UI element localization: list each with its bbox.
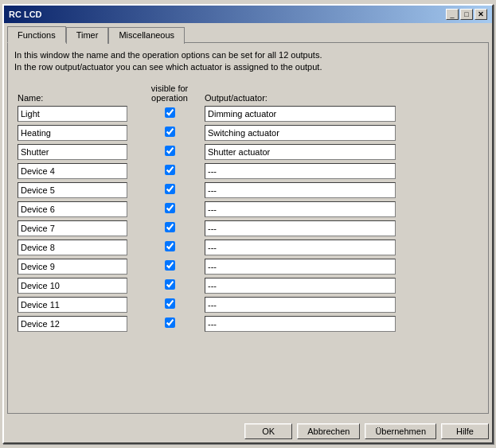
maximize-button[interactable]: □ [460, 9, 473, 20]
col-header-name: Name: [14, 82, 138, 104]
visible-checkbox-8[interactable] [165, 241, 175, 251]
output-box-5: --- [205, 182, 396, 198]
window-title: RC LCD [9, 10, 42, 19]
table-body: Dimming actuatorSwitching actuatorShutte… [14, 104, 482, 333]
tab-functions[interactable]: Functions [7, 26, 66, 43]
table-row: --- [14, 257, 482, 276]
output-box-11: --- [205, 297, 396, 313]
output-box-12: --- [205, 316, 396, 332]
outputs-table: Name: visible for operation Output/actua… [14, 82, 482, 333]
name-input-6[interactable] [18, 201, 127, 217]
visible-checkbox-9[interactable] [165, 260, 175, 271]
close-button[interactable]: ✕ [475, 9, 487, 20]
visible-checkbox-6[interactable] [165, 203, 175, 213]
description-line1: In this window the name and the operatio… [14, 49, 482, 61]
table-header-row: Name: visible for operation Output/actua… [14, 82, 482, 104]
visible-checkbox-5[interactable] [165, 184, 175, 194]
name-input-3[interactable] [18, 144, 127, 160]
name-input-7[interactable] [18, 220, 127, 236]
help-button[interactable]: Hilfe [441, 423, 489, 439]
visible-checkbox-3[interactable] [165, 146, 175, 156]
title-bar-controls: _ □ ✕ [446, 9, 487, 20]
apply-button[interactable]: Übernehmen [365, 423, 436, 439]
table-row: --- [14, 276, 482, 295]
name-input-5[interactable] [18, 182, 127, 198]
ok-button[interactable]: OK [244, 423, 292, 439]
table-row: Shutter actuator [14, 142, 482, 162]
visible-checkbox-1[interactable] [165, 107, 175, 118]
table-row: --- [14, 295, 482, 314]
output-box-10: --- [205, 278, 396, 294]
cancel-button[interactable]: Abbrechen [297, 423, 360, 439]
tab-bar: Functions Timer Miscellaneous [7, 26, 489, 43]
output-box-3: Shutter actuator [205, 144, 396, 160]
output-box-6: --- [205, 201, 396, 217]
name-input-10[interactable] [18, 278, 127, 294]
output-box-2: Switching actuator [205, 125, 396, 141]
table-row: Dimming actuator [14, 104, 482, 123]
tab-timer[interactable]: Timer [66, 27, 109, 44]
output-box-7: --- [205, 220, 396, 236]
name-input-4[interactable] [18, 163, 127, 179]
visible-checkbox-7[interactable] [165, 222, 175, 232]
output-box-4: --- [205, 163, 396, 179]
col-header-visible: visible for operation [138, 82, 201, 104]
output-box-8: --- [205, 240, 396, 255]
description-line2: In the row output/actuator you can see w… [14, 61, 482, 73]
content-area: Functions Timer Miscellaneous In this wi… [4, 23, 492, 417]
title-bar: RC LCD _ □ ✕ [4, 6, 492, 23]
table-row: --- [14, 162, 482, 181]
output-box-9: --- [205, 259, 396, 275]
table-row: Switching actuator [14, 123, 482, 142]
footer: OK Abbrechen Übernehmen Hilfe [4, 417, 492, 442]
col-header-output: Output/actuator: [201, 82, 482, 104]
table-container: Name: visible for operation Output/actua… [14, 82, 482, 407]
name-input-8[interactable] [18, 240, 127, 255]
name-input-2[interactable] [18, 125, 127, 141]
name-input-1[interactable] [18, 106, 127, 122]
table-row: --- [14, 238, 482, 257]
table-row: --- [14, 314, 482, 333]
name-input-12[interactable] [18, 316, 127, 332]
name-input-11[interactable] [18, 297, 127, 313]
name-input-9[interactable] [18, 259, 127, 275]
description: In this window the name and the operatio… [14, 49, 482, 74]
visible-checkbox-2[interactable] [165, 127, 175, 137]
visible-checkbox-11[interactable] [165, 298, 175, 309]
visible-checkbox-10[interactable] [165, 279, 175, 290]
tab-content: In this window the name and the operatio… [7, 42, 489, 414]
minimize-button[interactable]: _ [446, 9, 459, 20]
table-row: --- [14, 219, 482, 238]
tab-miscellaneous[interactable]: Miscellaneous [108, 27, 185, 44]
table-row: --- [14, 200, 482, 219]
window: RC LCD _ □ ✕ Functions Timer Miscellaneo… [2, 4, 494, 444]
visible-checkbox-12[interactable] [165, 317, 175, 328]
visible-checkbox-4[interactable] [165, 165, 175, 175]
output-box-1: Dimming actuator [205, 106, 396, 122]
table-row: --- [14, 181, 482, 200]
